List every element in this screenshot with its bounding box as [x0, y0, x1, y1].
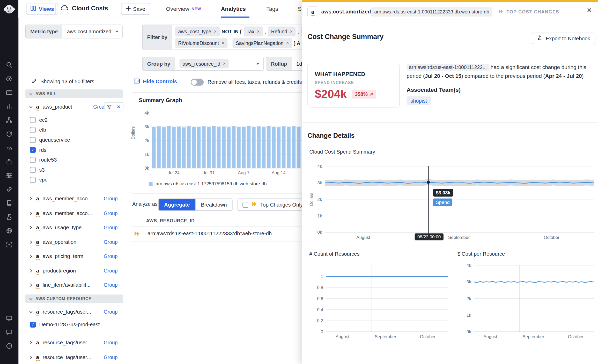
scan-icon[interactable]: [6, 241, 13, 248]
group-link[interactable]: Group: [104, 268, 123, 274]
checkbox-option[interactable]: vpc: [25, 175, 123, 185]
group-link[interactable]: Group: [104, 354, 123, 360]
group-by-control[interactable]: Group by aws_resource_id×: [142, 57, 264, 71]
group-link[interactable]: Group: [104, 239, 123, 245]
section-aws-custom-resource[interactable]: AWS CUSTOM RESOURCE: [25, 294, 123, 303]
save-button[interactable]: Save: [121, 3, 150, 15]
checkbox[interactable]: [30, 322, 36, 327]
checkbox[interactable]: [30, 177, 36, 183]
top-changes-checkbox[interactable]: [242, 202, 248, 207]
group-link[interactable]: Group: [104, 282, 123, 288]
summary-graph-chart[interactable]: 0k1k2k3k4kJul 24Jul 31Aug 7Aug 14: [138, 110, 302, 178]
checkbox[interactable]: [30, 147, 36, 153]
filter-row[interactable]: aproduct/regionGroup: [25, 264, 123, 278]
filter-row[interactable]: aaws_member_acco...Group: [25, 192, 123, 206]
filter-value-chip[interactable]: Refund×: [268, 26, 296, 36]
labs-icon[interactable]: [6, 214, 13, 221]
tab-analytics[interactable]: Analytics: [221, 0, 246, 17]
remove-chip-icon[interactable]: ×: [214, 29, 217, 34]
remove-chip-icon[interactable]: ×: [286, 40, 289, 46]
sync-icon[interactable]: [6, 131, 13, 138]
y-axis-label: Dollars: [131, 124, 135, 142]
views-button[interactable]: Views: [26, 3, 58, 15]
panel-resource-chip[interactable]: arn:aws:rds:us-east-1:000111222333:db:we…: [371, 7, 492, 17]
gauge-icon[interactable]: [6, 144, 13, 151]
group-link[interactable]: Group: [104, 210, 123, 216]
group-link[interactable]: Group: [104, 254, 123, 259]
filter-row[interactable]: aaws_usage_typeGroup: [25, 221, 123, 235]
remove-chip-icon[interactable]: ×: [257, 29, 260, 34]
filter-row[interactable]: aresource_tags/user...Group: [25, 350, 123, 364]
integrations-icon[interactable]: [6, 158, 13, 165]
checkbox[interactable]: [30, 127, 36, 133]
filter-row[interactable]: aline_item/availabilit...Group: [25, 278, 123, 292]
remove-chip-icon[interactable]: ×: [290, 29, 292, 34]
explore-icon[interactable]: [6, 75, 13, 82]
group-by-chip[interactable]: aws_resource_id×: [180, 59, 229, 69]
export-notebook-button[interactable]: Export to Notebook: [532, 33, 595, 44]
resource-row-link[interactable]: arn:aws:rds:us-east-1:000111222333:db:we…: [147, 231, 272, 237]
filter-funnel-button[interactable]: [105, 103, 114, 111]
spend-summary-chart[interactable]: 0k1k2k3k4kAugustSeptemberOctober: [314, 164, 594, 243]
tab-overview[interactable]: Overview NEW: [166, 0, 201, 17]
tab-tags[interactable]: Tags: [266, 0, 278, 17]
checkbox[interactable]: [30, 137, 36, 142]
globe-icon[interactable]: [6, 227, 13, 234]
pipelines-icon[interactable]: [6, 172, 13, 179]
checkbox-option[interactable]: s3: [25, 165, 123, 175]
remove-fees-toggle[interactable]: [191, 79, 204, 86]
tab-extra[interactable]: S: [298, 0, 301, 17]
checkbox-option[interactable]: elb: [25, 125, 123, 135]
team-chip[interactable]: shopist: [407, 96, 431, 105]
group-link[interactable]: Group: [104, 309, 123, 315]
filter-field-chip[interactable]: aws_cost_type×: [175, 26, 220, 36]
filter-value-chip[interactable]: RiVolumeDiscount×: [175, 38, 227, 48]
filter-value-chip[interactable]: SavingsPlanNegation×: [233, 38, 292, 48]
top-change-icon: [134, 231, 140, 238]
filter-by-control[interactable]: Filter by aws_cost_type× NOT IN ( Tax× ,…: [142, 25, 325, 50]
filter-group-resource-tags[interactable]: a resource_tags/user... Group: [25, 307, 123, 316]
hide-controls-link[interactable]: Hide Controls: [134, 78, 177, 85]
remove-chip-icon[interactable]: ×: [222, 40, 224, 46]
metric-type-control[interactable]: Metric type aws.cost.amortized: [25, 25, 123, 38]
checkbox-option[interactable]: queueservice: [25, 135, 123, 145]
checkbox-option[interactable]: route53: [25, 155, 123, 165]
collections-icon[interactable]: [6, 89, 13, 96]
clear-filter-button[interactable]: ×: [114, 103, 123, 111]
section-aws-bill[interactable]: AWS BILL: [25, 89, 123, 98]
aws-icon: a: [35, 104, 40, 110]
filter-row[interactable]: aresource_tags/user...Group: [25, 336, 123, 350]
checkbox[interactable]: [30, 117, 36, 123]
search-icon[interactable]: [6, 62, 13, 69]
breakdown-button[interactable]: Breakdown: [195, 199, 232, 210]
checkbox-option[interactable]: ec2: [25, 115, 123, 125]
filter-value-chip[interactable]: Tax×: [243, 26, 263, 36]
aggregate-button[interactable]: Aggregate: [159, 199, 195, 210]
docs-icon[interactable]: [6, 200, 13, 207]
metrics-icon[interactable]: [6, 103, 13, 110]
checkbox-option[interactable]: rds: [25, 145, 123, 155]
group-by-value[interactable]: aws_resource_id×: [175, 57, 263, 70]
filter-row[interactable]: aaws_operationGroup: [25, 235, 123, 249]
topology-icon[interactable]: [6, 117, 13, 124]
close-button[interactable]: ×: [587, 6, 592, 15]
checkbox[interactable]: [30, 157, 36, 163]
inline-resource-chip[interactable]: arn:aws:rds:us-east-1:000111222...: [407, 64, 489, 71]
feedback-icon[interactable]: [6, 329, 13, 336]
resource-count-chart[interactable]: 00.20.40.60.81AugustSeptemberOctober: [313, 263, 448, 343]
filter-row[interactable]: aaws_pricing_termGroup: [25, 249, 123, 264]
checkbox[interactable]: [30, 167, 36, 172]
group-link[interactable]: Group: [104, 196, 123, 202]
workstation-icon[interactable]: [6, 315, 13, 322]
filter-row[interactable]: aaws_member_acco...Group: [25, 206, 123, 221]
group-link[interactable]: Group: [104, 225, 123, 230]
app-logo[interactable]: [3, 3, 16, 16]
remove-chip-icon[interactable]: ×: [223, 61, 226, 66]
metric-type-value[interactable]: aws.cost.amortized: [62, 25, 122, 38]
cost-per-resource-chart[interactable]: 0k1k2k3k4kAugustSeptemberOctober: [461, 263, 594, 343]
checkbox-option[interactable]: Demo-11287-us-prod-east: [25, 320, 123, 330]
links-icon[interactable]: [6, 186, 13, 193]
group-link[interactable]: Group: [104, 340, 123, 346]
help-icon[interactable]: ?: [6, 343, 13, 350]
top-changes-filter[interactable]: Top Changes Only: [238, 199, 308, 211]
